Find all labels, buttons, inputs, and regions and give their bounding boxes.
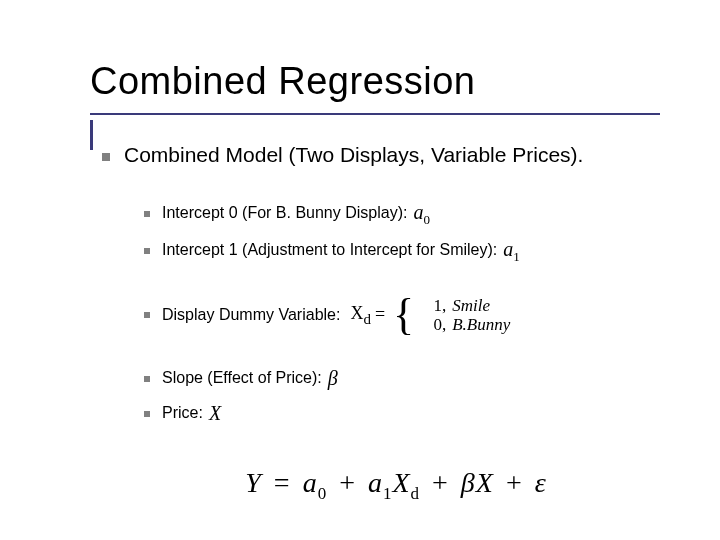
slide-body: Combined Model (Two Displays, Variable P… (90, 143, 680, 504)
sub-bullet-group: Display Dummy Variable: Xd = { 1,Smile 0… (102, 293, 680, 337)
sub-bullet-label: Display Dummy Variable: (162, 303, 340, 328)
math-symbol: X (209, 398, 221, 429)
square-bullet-icon (144, 248, 150, 254)
bullet-level-1: Combined Model (Two Displays, Variable P… (102, 143, 680, 167)
regression-equation: Y = a0 + a1Xd + βX + ε (102, 455, 680, 504)
math-symbol: β (328, 363, 338, 394)
piecewise-rows: 1,Smile 0,B.Bunny (420, 296, 510, 335)
sub-bullet-label: Intercept 1 (Adjustment to Intercept for… (162, 238, 497, 263)
math-symbol: a1 (503, 234, 520, 267)
main-point-text: Combined Model (Two Displays, Variable P… (124, 143, 583, 167)
piecewise-row: 1,Smile (420, 296, 510, 316)
sub-bullet-item: Intercept 0 (For B. Bunny Display): a0 (144, 197, 680, 230)
sub-bullet-item: Price: X (144, 398, 680, 429)
sub-bullet-label: Slope (Effect of Price): (162, 366, 322, 391)
slide-title: Combined Regression (90, 60, 680, 103)
sub-bullet-group: Intercept 0 (For B. Bunny Display): a0 I… (102, 197, 680, 267)
sub-bullet-item: Display Dummy Variable: Xd = { 1,Smile 0… (144, 293, 680, 337)
square-bullet-icon (144, 211, 150, 217)
slide: Combined Regression Combined Model (Two … (0, 0, 720, 540)
sub-bullet-label: Price: (162, 401, 203, 426)
square-bullet-icon (144, 376, 150, 382)
piecewise-row: 0,B.Bunny (420, 315, 510, 335)
math-symbol: a0 (413, 197, 430, 230)
piecewise-definition: Xd = { 1,Smile 0,B.Bunny (350, 293, 510, 337)
sub-bullet-item: Slope (Effect of Price): β (144, 363, 680, 394)
title-accent-bar (90, 120, 93, 150)
sub-bullet-item: Intercept 1 (Adjustment to Intercept for… (144, 234, 680, 267)
title-underline (90, 113, 660, 115)
square-bullet-icon (102, 153, 110, 161)
piecewise-lhs: Xd (350, 300, 371, 331)
square-bullet-icon (144, 411, 150, 417)
sub-bullet-label: Intercept 0 (For B. Bunny Display): (162, 201, 407, 226)
left-brace-icon: { (393, 293, 414, 337)
sub-bullet-group: Slope (Effect of Price): β Price: X (102, 363, 680, 429)
square-bullet-icon (144, 312, 150, 318)
